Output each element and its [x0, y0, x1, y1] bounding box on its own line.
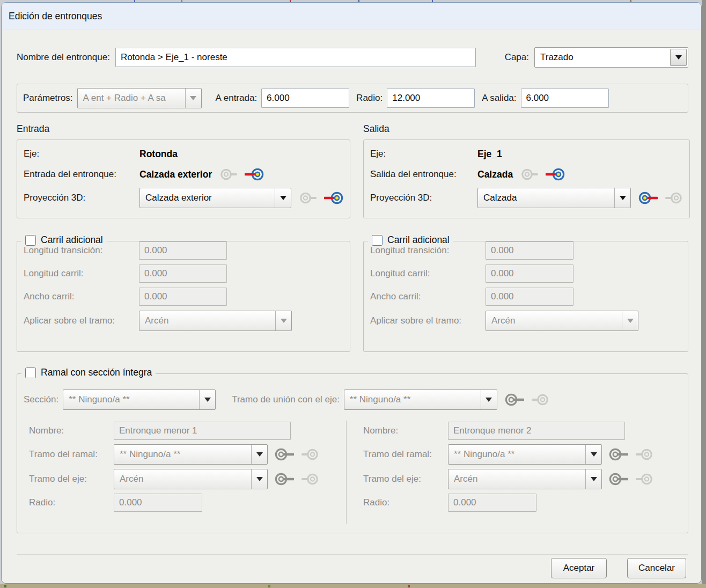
carril-salida-checkbox[interactable]	[372, 235, 383, 246]
pick-target-icon	[609, 447, 628, 461]
layer-label: Capa:	[505, 52, 529, 63]
entronque-menor-1-panel: Nombre: Tramo del ramal: ** Ninguno/a **	[24, 421, 347, 524]
radio-input[interactable]	[387, 89, 475, 108]
a-salida-input[interactable]	[521, 89, 609, 108]
cancel-button[interactable]: Cancelar	[627, 558, 686, 578]
edicion-entronques-dialog: Edición de entronques Nombre del entronq…	[1, 2, 702, 584]
longitud-carril-input	[139, 264, 227, 283]
pick-ring-icon	[301, 472, 319, 486]
tramo-ramal-value: ** Ninguno/a **	[114, 449, 251, 460]
tramo-ramal-combo: ** Ninguno/a **	[448, 444, 602, 465]
pick-ring-icon	[219, 167, 238, 181]
ramal-group: Ramal con sección íntegra Sección: ** Ni…	[17, 373, 688, 533]
entrada-link-value: Calzada exterior	[139, 169, 212, 180]
pick-target-icon	[275, 472, 294, 486]
pick-target-icon[interactable]	[638, 191, 658, 205]
parameters-mode-combo: A ent + Radio + A sa	[77, 88, 202, 108]
longitud-transicion-label: Longitud transición:	[24, 245, 139, 256]
pick-target-icon	[275, 447, 294, 461]
ramal-title: Ramal con sección íntegra	[41, 367, 152, 378]
entrada-group: Eje: Rotonda Entrada del entronque: Calz…	[17, 139, 350, 218]
layer-combo[interactable]: Trazado	[534, 47, 688, 68]
chevron-down-icon	[190, 96, 196, 100]
entrada-proyeccion-label: Proyección 3D:	[24, 193, 139, 203]
tramo-union-combo-button	[481, 390, 497, 409]
carril-entrada-group: Carril adicional Longitud transición: Lo…	[17, 241, 350, 352]
chevron-down-icon	[204, 398, 211, 402]
tramo-ramal-combo-button	[251, 445, 267, 464]
a-entrada-input[interactable]	[261, 89, 349, 108]
salida-proyeccion-label: Proyección 3D:	[370, 193, 477, 203]
nombre-label: Nombre:	[29, 425, 114, 436]
ramal-checkbox[interactable]	[25, 367, 36, 378]
pick-target-icon[interactable]	[324, 191, 343, 205]
radio-label: Radio:	[356, 93, 383, 104]
backdrop-right-strip	[702, 0, 706, 588]
tramo-union-label: Tramo de unión con el eje:	[232, 394, 340, 405]
ancho-carril-input	[139, 288, 227, 306]
entrada-header: Entrada	[17, 123, 350, 135]
salida-eje-value: Eje_1	[477, 149, 502, 160]
backdrop-speck	[408, 585, 410, 587]
carril-entrada-title: Carril adicional	[41, 234, 103, 246]
pick-target-icon	[505, 393, 524, 407]
radio-menor-label: Radio:	[29, 497, 114, 508]
layer-combo-button[interactable]	[670, 49, 687, 66]
entrada-proyeccion-combo[interactable]: Calzada exterior	[139, 188, 291, 208]
entrada-proyeccion-combo-button[interactable]	[275, 188, 291, 208]
aplicar-tramo-label: Aplicar sobre el tramo:	[370, 315, 486, 326]
chevron-down-icon	[591, 477, 597, 481]
tramo-eje-combo: Arcén	[114, 469, 268, 489]
chevron-down-icon	[256, 452, 263, 457]
salida-proyeccion-value: Calzada	[478, 193, 614, 203]
nombre-input	[114, 422, 291, 440]
salida-eje-label: Eje:	[370, 149, 477, 159]
tramo-union-value: ** Ninguno/a **	[344, 394, 481, 405]
aplicar-tramo-combo-button	[275, 311, 291, 330]
salida-proyeccion-combo-button[interactable]	[614, 188, 630, 208]
tramo-eje-combo-button	[251, 469, 267, 489]
name-label: Nombre del entronque:	[17, 52, 110, 63]
aplicar-tramo-value: Arcén	[486, 315, 622, 326]
tramo-ramal-combo: ** Ninguno/a **	[114, 444, 268, 465]
layer-combo-value: Trazado	[535, 52, 669, 63]
salida-link-label: Salida del entronque:	[370, 169, 477, 180]
carril-entrada-checkbox[interactable]	[25, 235, 36, 246]
salida-header: Salida	[363, 123, 690, 135]
a-salida-label: A salida:	[482, 93, 516, 104]
dialog-titlebar[interactable]: Edición de entronques	[2, 3, 701, 30]
radio-menor-label: Radio:	[363, 497, 448, 508]
entrada-link-label: Entrada del entronque:	[24, 169, 139, 180]
dialog-title: Edición de entronques	[9, 11, 102, 21]
backdrop-speck	[4, 585, 6, 587]
salida-proyeccion-combo[interactable]: Calzada	[477, 188, 631, 208]
pick-target-icon	[609, 472, 628, 486]
pick-ring-icon	[635, 472, 653, 486]
backdrop-speck	[268, 585, 270, 587]
chevron-down-icon	[620, 196, 626, 200]
ancho-carril-label: Ancho carril:	[24, 291, 139, 302]
chevron-down-icon	[591, 452, 597, 457]
parameters-label: Parámetros:	[23, 93, 73, 104]
longitud-transicion-input	[486, 241, 573, 260]
aplicar-tramo-combo-button	[622, 311, 638, 330]
seccion-combo-button	[199, 390, 215, 409]
tramo-union-combo: ** Ninguno/a **	[344, 389, 497, 410]
parameters-mode-value: A ent + Radio + A sa	[78, 93, 185, 104]
seccion-label: Sección:	[24, 394, 58, 405]
seccion-value: ** Ninguno/a **	[63, 394, 199, 405]
pick-ring-icon	[531, 393, 549, 407]
parameters-mode-combo-button	[185, 89, 201, 108]
name-input[interactable]	[115, 48, 476, 67]
pick-target-icon[interactable]	[245, 167, 264, 181]
tramo-eje-combo: Arcén	[448, 469, 602, 489]
backdrop-bottom-strip	[0, 584, 706, 588]
pick-target-icon[interactable]	[546, 167, 565, 181]
aplicar-tramo-label: Aplicar sobre el tramo:	[24, 315, 139, 326]
accept-button[interactable]: Aceptar	[551, 558, 607, 578]
chevron-down-icon	[627, 319, 634, 323]
entrada-proyeccion-value: Calzada exterior	[140, 193, 275, 203]
entrada-eje-label: Eje:	[24, 149, 139, 159]
entronque-menor-2-panel: Nombre: Tramo del ramal: ** Ninguno/a **	[347, 421, 681, 524]
tramo-eje-label: Tramo del eje:	[29, 474, 114, 484]
